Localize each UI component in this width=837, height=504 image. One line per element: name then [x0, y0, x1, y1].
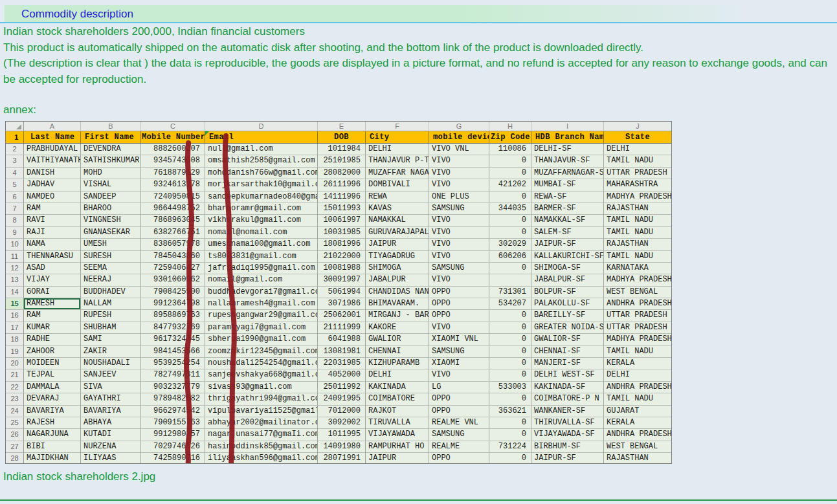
data-cell: 344035	[489, 203, 531, 215]
data-cell: LG	[429, 382, 489, 393]
data-cell: 6041988	[318, 334, 366, 345]
column-letter: G	[429, 122, 489, 131]
selected-cell-a15: RAMESH	[24, 298, 81, 310]
table-row: 21TEJPALSANJEEV7827497311sanjeevshakya66…	[6, 369, 671, 381]
data-cell: VIVO	[429, 227, 489, 239]
data-cell: DANISH	[24, 168, 81, 179]
data-cell: MUZAFFARNAGAR-SF	[531, 168, 604, 179]
data-cell: 0	[489, 310, 531, 322]
header-cell: Last Name	[24, 131, 81, 144]
data-cell: TAMIL NADU	[604, 251, 672, 263]
annex-label: annex:	[3, 104, 36, 116]
data-cell: DELHI WEST-SF	[531, 369, 604, 381]
table-row: 3VAITHIYANATHASATHISHKUMAR9345743608omsa…	[6, 155, 671, 167]
column-letter: F	[366, 122, 429, 131]
data-cell: REWA-SF	[531, 192, 604, 203]
data-cell: CHENNAI	[366, 346, 429, 358]
column-letters-row: ABCDEFGHIJ	[6, 122, 671, 131]
sheet-grid: ABCDEFGHIJ1Last NameFirst NameMobile Num…	[6, 122, 671, 464]
data-cell: BHIMAVARAM.	[366, 298, 429, 310]
data-cell: 0	[489, 346, 531, 358]
data-cell: NURZENA	[81, 441, 141, 453]
table-row: 24BAVARIYABAVARIYA9662974542vipulbavariy…	[6, 406, 671, 417]
data-cell: 533003	[489, 382, 531, 393]
data-cell: SURESH	[81, 251, 141, 263]
data-cell: TAMIL NADU	[604, 155, 672, 167]
comment-marker-icon	[205, 131, 209, 135]
data-cell: NAMAKKAL	[366, 215, 429, 226]
data-cell: SHUBHAM	[81, 322, 141, 334]
data-cell: DAMMALA	[24, 382, 81, 393]
data-cell: nomail@gmail.com	[205, 274, 318, 286]
row-number: 22	[6, 382, 24, 393]
data-cell: JAIPUR	[366, 453, 429, 464]
data-cell: RAJASTHAN	[604, 453, 672, 464]
commodity-page: { "page": { "title": "Commodity descript…	[0, 0, 837, 504]
table-row: 25RAJESHABHAYA7909155763abhayar2002@mail…	[6, 417, 671, 429]
table-row: 15RAMESHNALLAM9912364798nallamramesh4@gm…	[6, 298, 671, 310]
table-row: 22DAMMALASIVA9032327779sivass93@gmail.co…	[6, 382, 671, 393]
data-cell: VIVO	[429, 155, 489, 167]
data-cell: 0	[489, 429, 531, 441]
row-number: 6	[6, 192, 24, 203]
data-cell: DELHI	[366, 144, 429, 155]
data-cell: SHIMOGA-SF	[531, 263, 604, 274]
data-cell: VIVO	[429, 274, 489, 286]
data-cell: UTTAR PRADESH	[604, 310, 672, 322]
row-number: 21	[6, 369, 24, 381]
data-cell: GNANASEKAR	[81, 227, 141, 239]
data-cell: 28071991	[318, 453, 366, 464]
data-cell: 534207	[489, 298, 531, 310]
data-cell: JABALPUR	[366, 274, 429, 286]
data-cell: BIBI	[24, 441, 81, 453]
data-cell: MADHYA PRADESH	[604, 334, 672, 345]
data-cell: 7425890716	[141, 453, 205, 464]
data-cell: RAJASTHAN	[604, 239, 672, 250]
data-cell: 8386057978	[141, 239, 205, 250]
data-cell: GWALIOR-SF	[531, 334, 604, 345]
data-cell: BAVARIYA	[24, 406, 81, 417]
data-cell: 1011984	[318, 144, 366, 155]
data-cell: MOIDEEN	[24, 358, 81, 369]
data-cell: 0	[489, 358, 531, 369]
row-number: 15	[6, 298, 24, 310]
row-number: 1	[6, 131, 24, 144]
data-cell: nagarjunasai77@gmaIi.com	[205, 429, 318, 441]
data-cell: OPPO	[429, 406, 489, 417]
data-cell: 14091980	[318, 441, 366, 453]
data-cell: RAVI	[24, 215, 81, 226]
data-cell: 15011993	[318, 203, 366, 215]
data-cell: 9032327779	[141, 382, 205, 393]
column-letter: I	[531, 122, 604, 131]
data-cell: ONE PLUS	[429, 192, 489, 203]
data-cell: 10061997	[318, 215, 366, 226]
data-cell: MUMBAI-SF	[531, 179, 604, 191]
data-cell: sanjeevshakya668@gmail.c	[205, 369, 318, 381]
data-cell: THENNARASU	[24, 251, 81, 263]
table-header-row: 1Last NameFirst NameMobile NumberEmailDO…	[6, 131, 671, 144]
data-cell: ZAKIR	[81, 346, 141, 358]
data-cell: MIRGANJ - BARE	[366, 310, 429, 322]
header-cell: Mobile Number	[141, 131, 205, 144]
data-cell: morjkarsarthak10@gmail.c	[205, 179, 318, 191]
data-cell: NAMAKKAL-SF	[531, 215, 604, 226]
data-cell: OPPO	[429, 298, 489, 310]
data-cell: 0	[489, 155, 531, 167]
data-cell: DELHI	[604, 369, 672, 381]
data-cell: 9841453566	[141, 346, 205, 358]
data-cell: 731301	[489, 287, 531, 298]
row-number: 20	[6, 358, 24, 369]
data-cell: THANJAVUR-SF	[531, 155, 604, 167]
data-cell: RAJESH	[24, 417, 81, 429]
data-cell: vipulbavariya11525@gmail.	[205, 406, 318, 417]
data-cell: KIZHUPARAMB	[366, 358, 429, 369]
data-cell: SAMSUNG	[429, 263, 489, 274]
data-cell: JAIPUR-SF	[531, 239, 604, 250]
data-cell: ANDHRA PRADESH	[604, 382, 672, 393]
data-cell: SEEMA	[81, 263, 141, 274]
row-number: 5	[6, 179, 24, 191]
data-cell: JABALPUR-SF	[531, 274, 604, 286]
header-cell: City	[366, 131, 429, 144]
data-cell: MADHYA PRADESH	[604, 274, 672, 286]
data-cell: 18081996	[318, 239, 366, 250]
